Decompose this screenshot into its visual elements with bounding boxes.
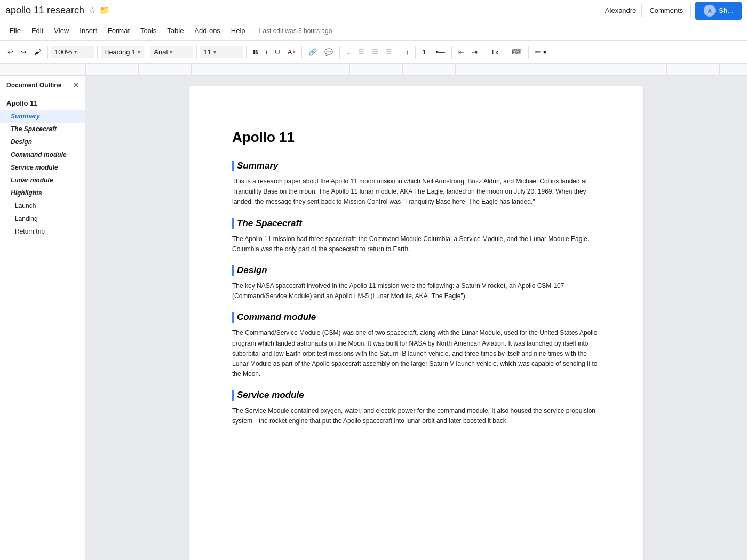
input-method-button[interactable]: ⌨	[508, 46, 525, 58]
menu-insert[interactable]: Insert	[74, 25, 102, 37]
separator	[246, 46, 247, 59]
main-layout: Document Outline × Apollo 11 Summary The…	[0, 76, 747, 560]
align-right-button[interactable]: ☰	[369, 46, 382, 58]
outline-item-command-module[interactable]: Command module	[0, 148, 85, 161]
sidebar-header: Document Outline ×	[0, 76, 85, 94]
heading-service-module[interactable]: Service module	[232, 390, 600, 401]
outline-title: Document Outline	[6, 82, 61, 89]
last-edit-status: Last edit was 3 hours ago	[259, 27, 332, 35]
font-dropdown[interactable]: Arial ▾	[150, 46, 193, 58]
outline-item-apollo11[interactable]: Apollo 11	[0, 97, 85, 110]
italic-button[interactable]: I	[263, 46, 271, 58]
line-spacing-button[interactable]: ↕	[402, 46, 412, 58]
document-title[interactable]: apollo 11 research	[5, 5, 84, 16]
ruler-scale	[85, 64, 747, 75]
separator	[415, 46, 416, 59]
indent-left-button[interactable]: ⇤	[455, 46, 467, 58]
menu-format[interactable]: Format	[102, 25, 135, 37]
align-center-button[interactable]: ☰	[355, 46, 368, 58]
heading-command-module[interactable]: Command module	[232, 312, 600, 323]
outline-item-highlights[interactable]: Highlights	[0, 187, 85, 199]
section-summary: Summary This is a research paper about t…	[232, 161, 600, 207]
heading-summary[interactable]: Summary	[232, 161, 600, 171]
undo-button[interactable]: ↩	[4, 46, 17, 58]
clear-format-button[interactable]: Tx	[488, 46, 502, 58]
document-outline-sidebar: Document Outline × Apollo 11 Summary The…	[0, 76, 85, 560]
outline-item-landing[interactable]: Landing	[0, 212, 85, 225]
outline-item-lunar-module[interactable]: Lunar module	[0, 174, 85, 187]
paint-format-button[interactable]: 🖌	[31, 46, 44, 58]
section-command-module: Command module The Command/Service Modul…	[232, 312, 600, 379]
bulleted-list-button[interactable]: •—	[432, 46, 448, 58]
title-bar: apollo 11 research ☆ 📁 Alexandre Comment…	[0, 0, 747, 21]
menu-bar: File Edit View Insert Format Tools Table…	[0, 21, 747, 41]
document-heading-title[interactable]: Apollo 11	[232, 129, 600, 146]
user-name: Alexandre	[605, 6, 637, 14]
section-spacecraft: The Spacecraft The Apollo 11 mission had…	[232, 218, 600, 254]
close-outline-button[interactable]: ×	[74, 81, 78, 90]
star-icon[interactable]: ☆	[89, 5, 96, 15]
align-justify-button[interactable]: ☰	[383, 46, 395, 58]
paragraph-design[interactable]: The key NASA spacecraft involved in the …	[232, 281, 600, 301]
separator	[147, 46, 147, 59]
outline-item-return[interactable]: Return trip	[0, 225, 85, 238]
paragraph-spacecraft[interactable]: The Apollo 11 mission had three spacecra…	[232, 234, 600, 254]
bold-button[interactable]: B	[250, 46, 261, 58]
menu-addons[interactable]: Add-ons	[189, 25, 225, 37]
separator	[451, 46, 452, 59]
paragraph-command-module[interactable]: The Command/Service Module (CSM) was one…	[232, 328, 600, 379]
menu-file[interactable]: File	[4, 25, 26, 37]
document-area[interactable]: Apollo 11 Summary This is a research pap…	[85, 76, 747, 560]
text-color-button[interactable]: A ▾	[284, 46, 299, 58]
paragraph-service-module[interactable]: The Service Module contained oxygen, wat…	[232, 406, 600, 426]
folder-icon[interactable]: 📁	[99, 5, 110, 15]
share-button[interactable]: A Sh...	[695, 2, 742, 20]
separator	[484, 46, 484, 59]
menu-edit[interactable]: Edit	[26, 25, 49, 37]
avatar: A	[704, 5, 716, 17]
link-button[interactable]: 🔗	[305, 46, 320, 58]
numbered-list-button[interactable]: 1.	[419, 46, 431, 58]
outline-item-summary[interactable]: Summary	[0, 110, 85, 123]
separator	[528, 46, 529, 59]
paragraph-summary[interactable]: This is a research paper about the Apoll…	[232, 177, 600, 207]
outline-item-spacecraft[interactable]: The Spacecraft	[0, 123, 85, 135]
separator	[47, 46, 48, 59]
separator	[301, 46, 302, 59]
underline-button[interactable]: U	[272, 46, 283, 58]
menu-help[interactable]: Help	[226, 25, 251, 37]
separator	[196, 46, 197, 59]
pen-tool-button[interactable]: ✏ ▾	[532, 46, 550, 58]
indent-right-button[interactable]: ⇥	[468, 46, 481, 58]
ruler	[0, 64, 747, 76]
menu-table[interactable]: Table	[162, 25, 189, 37]
outline-item-service-module[interactable]: Service module	[0, 161, 85, 174]
section-design: Design The key NASA spacecraft involved …	[232, 265, 600, 301]
menu-view[interactable]: View	[49, 25, 74, 37]
separator	[505, 46, 505, 59]
toolbar: ↩ ↪ 🖌 100% ▾ Heading 1 ▾ Arial ▾ 11 ▾ B …	[0, 41, 747, 64]
outline-items-list: Apollo 11 Summary The Spacecraft Design …	[0, 94, 85, 560]
section-service-module: Service module The Service Module contai…	[232, 390, 600, 426]
style-dropdown[interactable]: Heading 1 ▾	[101, 46, 144, 58]
outline-item-launch[interactable]: Launch	[0, 199, 85, 212]
comment-button[interactable]: 💬	[321, 46, 336, 58]
heading-design[interactable]: Design	[232, 265, 600, 276]
heading-spacecraft[interactable]: The Spacecraft	[232, 218, 600, 229]
comments-button[interactable]: Comments	[641, 3, 691, 18]
document-page[interactable]: Apollo 11 Summary This is a research pap…	[189, 86, 643, 560]
separator	[97, 46, 98, 59]
align-left-button[interactable]: ≡	[343, 46, 354, 58]
separator	[339, 46, 340, 59]
menu-tools[interactable]: Tools	[135, 25, 162, 37]
zoom-dropdown[interactable]: 100% ▾	[51, 46, 94, 58]
redo-button[interactable]: ↪	[18, 46, 30, 58]
separator	[399, 46, 399, 59]
outline-item-design[interactable]: Design	[0, 135, 85, 148]
font-size-dropdown[interactable]: 11 ▾	[200, 46, 243, 58]
